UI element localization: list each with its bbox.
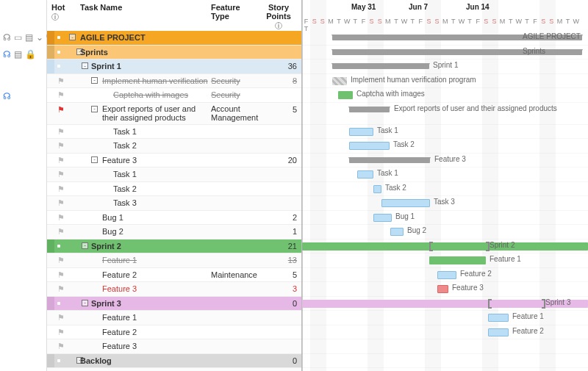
table-row[interactable]: ⚑Task 1 — [47, 125, 301, 140]
table-row[interactable]: ⚑-Export reports of user and their assig… — [47, 103, 301, 125]
story-points[interactable]: 13 — [268, 256, 297, 264]
table-row[interactable]: ⚑Bug 21 — [47, 225, 301, 239]
flag-icon[interactable]: ⚑ — [57, 313, 66, 322]
gantt-bar[interactable] — [488, 314, 509, 322]
gantt-bar[interactable] — [488, 328, 509, 336]
toggle-collapse[interactable]: - — [82, 242, 88, 249]
feature-type[interactable]: Security — [211, 76, 259, 85]
task-name[interactable]: Task 2 — [113, 184, 209, 193]
col-task-name[interactable]: Task Name — [80, 3, 122, 12]
gantt-row[interactable]: Feature 3 — [302, 154, 588, 168]
table-row[interactable]: ⚑Feature 3 — [47, 339, 301, 354]
link-icon[interactable]: ☊ — [3, 32, 11, 43]
table-row[interactable]: -Sprint 221 — [47, 239, 301, 254]
lock-icon[interactable]: 🔒 — [25, 49, 36, 60]
table-row[interactable]: -Sprint 136 — [47, 60, 301, 74]
gantt-row[interactable]: Bug 1 — [302, 211, 588, 226]
feature-type[interactable]: Security — [211, 90, 259, 99]
gantt-row[interactable]: Feature 2 — [302, 268, 588, 283]
gantt-row[interactable]: Sprint 1 — [302, 60, 588, 74]
gantt-row[interactable] — [302, 368, 588, 371]
task-name[interactable]: Task 3 — [113, 198, 209, 207]
gantt-row[interactable]: Task 3 — [302, 196, 588, 211]
table-row[interactable]: ⚑-Feature 320 — [47, 154, 301, 168]
gantt-row[interactable]: Implement human verification program — [302, 74, 588, 89]
flag-icon[interactable]: ⚑ — [57, 342, 66, 350]
note-icon[interactable]: ▤ — [25, 32, 33, 43]
gantt-bar[interactable] — [373, 185, 381, 193]
gantt-row[interactable]: Task 1 — [302, 125, 588, 140]
gantt-row[interactable]: Feature 1 — [302, 253, 588, 268]
task-name[interactable]: Sprint 1 — [91, 62, 209, 71]
task-name[interactable]: Bug 2 — [102, 227, 209, 236]
task-name[interactable]: Sprints — [80, 48, 209, 57]
col-feature-type[interactable]: Feature Type — [211, 3, 259, 21]
gantt-row[interactable] — [302, 339, 588, 354]
task-name[interactable]: Feature 2 — [102, 270, 209, 279]
gantt-bar[interactable] — [302, 242, 588, 251]
story-points[interactable]: 36 — [268, 62, 297, 71]
task-name[interactable]: Backlog — [80, 356, 209, 365]
gantt-row[interactable]: Task 1 — [302, 168, 588, 182]
flag-icon[interactable]: ⚑ — [57, 270, 66, 279]
link-icon-2[interactable]: ☊ — [3, 49, 11, 60]
table-row[interactable]: -Backlog0 — [47, 354, 301, 369]
table-row[interactable]: ⚑Task 2 — [47, 182, 301, 197]
col-hot[interactable]: Hot i — [51, 3, 65, 21]
gantt-bar[interactable] — [349, 128, 373, 136]
gantt-row[interactable]: Feature 2 — [302, 325, 588, 340]
table-row[interactable]: ⚑Feature 2Maintenance5 — [47, 268, 301, 283]
task-name[interactable]: Sprint 2 — [91, 242, 209, 251]
gantt-row[interactable]: Sprints — [302, 46, 588, 60]
gantt-row[interactable] — [302, 354, 588, 369]
flag-icon[interactable]: ⚑ — [57, 184, 66, 193]
story-points[interactable]: 5 — [268, 270, 297, 279]
flag-icon[interactable]: ⚑ — [57, 90, 66, 99]
table-row[interactable]: ⚑Task 2 — [47, 139, 301, 154]
chat-icon[interactable]: ▭ — [14, 32, 22, 43]
toggle-collapse[interactable]: - — [91, 156, 98, 163]
toggle-collapse[interactable]: - — [82, 300, 88, 306]
gantt-bar[interactable] — [349, 157, 430, 163]
story-points[interactable]: 0 — [268, 299, 297, 308]
story-points[interactable]: 2 — [268, 213, 297, 222]
table-row[interactable]: -Sprints — [47, 46, 301, 60]
table-row[interactable]: ⚑Task 3 — [47, 196, 301, 211]
task-name[interactable]: Feature 1 — [102, 256, 209, 264]
task-name[interactable]: Captcha with images — [113, 90, 209, 99]
gantt-bar[interactable] — [390, 228, 404, 236]
flag-icon[interactable]: ⚑ — [57, 170, 66, 179]
task-name[interactable]: Feature 3 — [102, 284, 209, 293]
toggle-collapse[interactable]: - — [91, 77, 98, 84]
flag-icon[interactable]: ⚑ — [57, 328, 66, 336]
table-row[interactable]: ⚑Feature 33 — [47, 282, 301, 297]
table-row[interactable]: ⚑Feature 1 — [47, 311, 301, 325]
feature-type[interactable]: Maintenance — [211, 270, 259, 279]
table-row[interactable]: ⚑Bug 12 — [47, 211, 301, 226]
flag-icon[interactable]: ⚑ — [57, 213, 66, 222]
col-story-points[interactable]: Story Points i — [262, 3, 295, 29]
gantt-bar[interactable] — [437, 271, 456, 279]
flag-icon[interactable]: ⚑ — [57, 198, 66, 207]
table-row[interactable]: ⚑Task 1 — [47, 168, 301, 182]
task-name[interactable]: Task 2 — [113, 141, 209, 150]
task-name[interactable]: Feature 3 — [102, 342, 209, 350]
flag-icon[interactable]: ⚑ — [57, 156, 66, 165]
table-row[interactable]: ⚑Captcha with imagesSecurity — [47, 88, 301, 103]
gantt-row[interactable]: Captcha with images — [302, 88, 588, 103]
gantt-bar[interactable] — [429, 256, 486, 264]
link-icon-3[interactable]: ☊ — [3, 91, 11, 101]
gantt-row[interactable]: Task 2 — [302, 182, 588, 197]
task-name[interactable]: Sprint 3 — [91, 299, 209, 308]
table-row[interactable]: ⚑-Implement human verification programSe… — [47, 74, 301, 89]
gantt-row[interactable]: Sprint 3 — [302, 297, 588, 311]
info-icon[interactable]: i — [275, 22, 282, 29]
flag-icon[interactable]: ⚑ — [57, 76, 66, 85]
task-name[interactable]: Feature 1 — [102, 313, 209, 322]
story-points[interactable]: 8 — [268, 76, 297, 85]
toggle-collapse[interactable]: - — [69, 34, 76, 40]
gantt-row[interactable]: Sprint 2 — [302, 239, 588, 254]
info-icon[interactable]: i — [51, 13, 59, 21]
gantt-row[interactable]: Feature 3 — [302, 282, 588, 297]
story-points[interactable]: 5 — [268, 105, 297, 114]
